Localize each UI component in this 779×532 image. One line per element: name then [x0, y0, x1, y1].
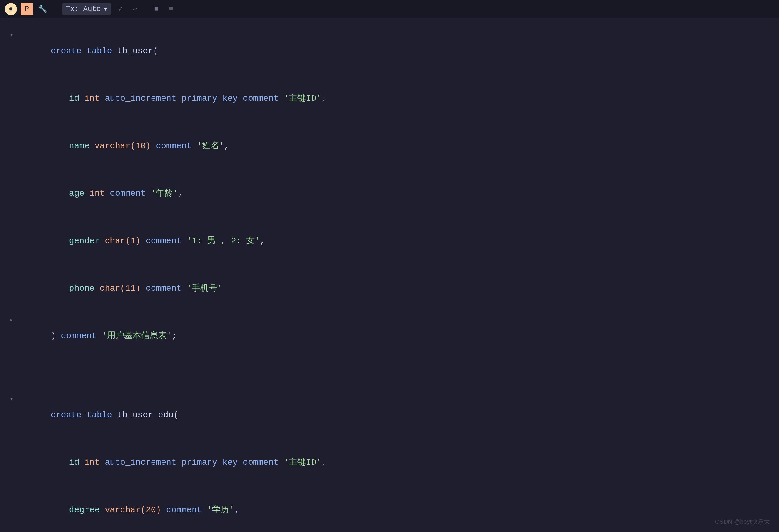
undo-button[interactable]: ↩: [130, 4, 140, 15]
col-gender: gender: [69, 236, 105, 246]
comma-2: ,: [224, 141, 229, 151]
watermark: CSDN @boyt快乐大: [715, 518, 770, 526]
type-int-2: int: [84, 458, 105, 467]
kw-comment-name: comment: [156, 141, 196, 151]
kw-comment-2: comment: [243, 458, 284, 467]
type-char-11: char(11): [100, 284, 146, 293]
keyword-create-2: create: [51, 410, 87, 420]
kw-auto-inc-1: auto_increment: [105, 94, 181, 103]
kw-comment-gender: comment: [146, 236, 186, 246]
kw-primary-key-1: primary key: [182, 94, 243, 103]
str-pk-id-2: '主键ID': [284, 458, 321, 467]
type-varchar-20: varchar(20): [105, 505, 166, 515]
fold-icon-1[interactable]: ▾: [6, 27, 17, 43]
p-icon[interactable]: P: [21, 3, 33, 15]
grid-button[interactable]: ≡: [166, 4, 177, 15]
line-create-tb-user-edu: ▾ create table tb_user_edu(: [0, 392, 779, 439]
line-phone: phone char(11) comment '手机号': [0, 265, 779, 312]
type-varchar-10: varchar(10): [95, 141, 156, 151]
line-id-1: id int auto_increment primary key commen…: [0, 75, 779, 122]
str-degree: '学历': [207, 505, 235, 515]
wrench-icon[interactable]: 🔧: [37, 3, 49, 15]
col-degree: degree: [69, 505, 105, 515]
kw-comment-degree: comment: [166, 505, 207, 515]
str-age: '年龄': [151, 189, 178, 198]
editor-area: ▾ create table tb_user( id int auto_incr…: [0, 18, 779, 532]
line-id-2: id int auto_increment primary key commen…: [0, 439, 779, 486]
str-gender: '1: 男 , 2: 女': [186, 236, 260, 246]
str-table-comment-1: '用户基本信息表': [102, 331, 172, 341]
comma-5: ,: [321, 458, 326, 467]
type-int-age: int: [89, 189, 110, 198]
comma-6: ,: [234, 505, 239, 515]
line-gender: gender char(1) comment '1: 男 , 2: 女',: [0, 217, 779, 265]
kw-comment-age: comment: [110, 189, 151, 198]
keyword-create: create: [51, 46, 87, 56]
col-phone: phone: [69, 284, 100, 293]
kw-primary-key-2: primary key: [182, 458, 243, 467]
kw-comment-close-1: comment: [61, 331, 102, 341]
tx-label: Tx: Auto: [66, 5, 101, 13]
table-name-1: tb_user(: [117, 46, 158, 56]
str-pk-id-1: '主键ID': [284, 94, 321, 103]
str-name: '姓名': [197, 141, 224, 151]
kw-comment-1: comment: [243, 94, 284, 103]
col-id-2: id: [69, 458, 84, 467]
comma-1: ,: [321, 94, 326, 103]
empty-line-1: [0, 360, 779, 375]
kw-auto-inc-2: auto_increment: [105, 458, 181, 467]
type-int-1: int: [84, 94, 105, 103]
tx-dropdown[interactable]: Tx: Auto ▾: [62, 3, 111, 15]
type-char-1: char(1): [105, 236, 145, 246]
line-degree: degree varchar(20) comment '学历',: [0, 486, 779, 532]
col-age: age: [69, 189, 89, 198]
line-close-1: ▸ ) comment '用户基本信息表';: [0, 312, 779, 360]
col-id-1: id: [69, 94, 84, 103]
line-name-1: name varchar(10) comment '姓名',: [0, 122, 779, 170]
stop-button[interactable]: ■: [151, 4, 162, 15]
chevron-down-icon: ▾: [103, 5, 107, 13]
semicolon-1: ;: [172, 331, 177, 341]
line-age: age int comment '年龄',: [0, 170, 779, 217]
check-button[interactable]: ✓: [115, 4, 126, 15]
close-paren-1: ): [51, 331, 61, 341]
empty-line-2: [0, 375, 779, 392]
toolbar: ● P 🔧 Tx: Auto ▾ ✓ ↩ ■ ≡: [0, 0, 779, 18]
fold-icon-close-1[interactable]: ▸: [6, 312, 17, 328]
keyword-table-2: table: [86, 410, 117, 420]
comma-3: ,: [178, 189, 183, 198]
col-name: name: [69, 141, 95, 151]
keyword-table: table: [86, 46, 117, 56]
str-phone: '手机号': [186, 284, 223, 293]
kw-comment-phone: comment: [146, 284, 186, 293]
status-icon: ●: [5, 3, 17, 15]
comma-4: ,: [260, 236, 265, 246]
table-name-2: tb_user_edu(: [117, 410, 179, 420]
line-create-tb-user: ▾ create table tb_user(: [0, 27, 779, 75]
fold-icon-2[interactable]: ▾: [6, 392, 17, 407]
